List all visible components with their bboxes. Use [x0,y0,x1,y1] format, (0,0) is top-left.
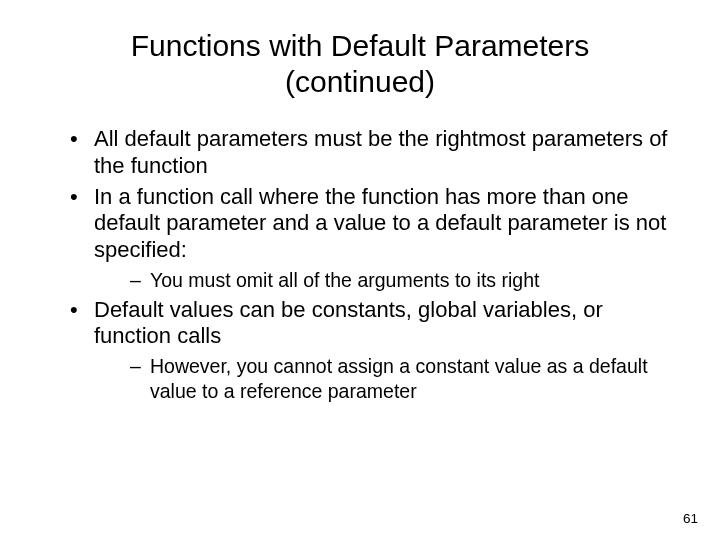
bullet-text: Default values can be constants, global … [94,297,603,349]
sub-bullet-list: However, you cannot assign a constant va… [94,354,684,403]
slide-title: Functions with Default Parameters (conti… [66,28,654,100]
bullet-list: All default parameters must be the right… [36,126,684,403]
sub-bullet-list: You must omit all of the arguments to it… [94,268,684,292]
sub-bullet-item: However, you cannot assign a constant va… [130,354,684,403]
bullet-item: Default values can be constants, global … [70,297,684,403]
sub-bullet-item: You must omit all of the arguments to it… [130,268,684,292]
bullet-item: In a function call where the function ha… [70,184,684,293]
page-number: 61 [683,511,698,526]
bullet-text: In a function call where the function ha… [94,184,666,263]
slide: Functions with Default Parameters (conti… [0,0,720,540]
bullet-item: All default parameters must be the right… [70,126,684,180]
